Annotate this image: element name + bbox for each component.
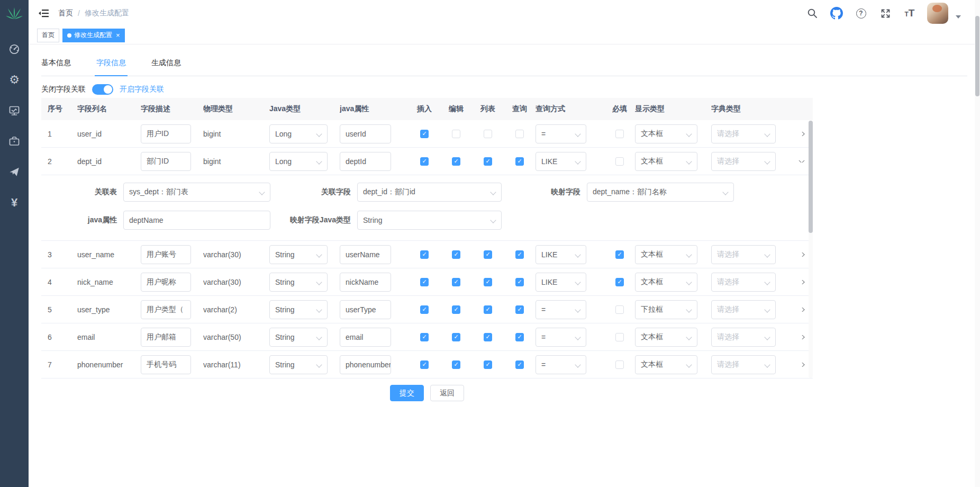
query-checkbox[interactable]: ✓ xyxy=(515,278,524,286)
insert-checkbox[interactable]: ✓ xyxy=(420,360,429,369)
dict-type-select[interactable]: 请选择 xyxy=(711,124,776,143)
required-checkbox[interactable] xyxy=(615,130,624,138)
sidebar-item-system[interactable]: ⚙ xyxy=(0,65,29,95)
html-type-select[interactable]: 文本框 xyxy=(635,273,697,292)
list-checkbox[interactable]: ✓ xyxy=(484,278,492,286)
expand-row-icon[interactable] xyxy=(798,252,804,257)
description-input[interactable]: 用户邮箱 xyxy=(141,328,191,347)
sidebar-item-guide[interactable] xyxy=(0,157,29,187)
description-input[interactable]: 用户ID xyxy=(141,124,191,143)
list-checkbox[interactable]: ✓ xyxy=(484,157,492,166)
query-type-select[interactable]: LIKE xyxy=(536,273,586,292)
help-button[interactable]: ? xyxy=(854,6,868,20)
list-checkbox[interactable] xyxy=(484,130,492,138)
expand-row-icon[interactable] xyxy=(798,335,804,339)
dict-type-select[interactable]: 请选择 xyxy=(711,152,776,171)
required-checkbox[interactable]: ✓ xyxy=(615,250,624,259)
query-checkbox[interactable] xyxy=(515,130,524,138)
query-type-select[interactable]: = xyxy=(536,355,586,374)
fullscreen-button[interactable] xyxy=(878,6,892,20)
java-field-input[interactable]: userId xyxy=(340,124,391,143)
user-menu-caret-icon[interactable] xyxy=(956,15,961,19)
edit-checkbox[interactable]: ✓ xyxy=(452,333,460,341)
description-input[interactable]: 部门ID xyxy=(141,152,191,171)
edit-checkbox[interactable]: ✓ xyxy=(452,305,460,314)
list-checkbox[interactable]: ✓ xyxy=(484,360,492,369)
detail-select[interactable]: dept_id：部门id xyxy=(357,183,502,202)
html-type-select[interactable]: 文本框 xyxy=(635,124,697,143)
html-type-select[interactable]: 下拉框 xyxy=(635,300,697,319)
page-scrollbar-thumb[interactable] xyxy=(975,16,979,96)
relation-toggle-switch[interactable] xyxy=(92,84,113,95)
required-checkbox[interactable] xyxy=(615,305,624,314)
list-checkbox[interactable]: ✓ xyxy=(484,305,492,314)
tag-current-page[interactable]: 修改生成配置 × xyxy=(62,29,125,42)
description-input[interactable]: 用户账号 xyxy=(141,245,191,264)
insert-checkbox[interactable]: ✓ xyxy=(420,305,429,314)
dict-type-select[interactable]: 请选择 xyxy=(711,273,776,292)
sidebar-item-pay[interactable]: ¥ xyxy=(0,187,29,218)
dict-type-select[interactable]: 请选择 xyxy=(711,328,776,347)
query-checkbox[interactable]: ✓ xyxy=(515,305,524,314)
java-field-input[interactable]: email xyxy=(340,328,391,347)
sidebar-toggle-button[interactable] xyxy=(37,6,51,20)
java-type-select[interactable]: String xyxy=(269,328,328,347)
java-type-select[interactable]: Long xyxy=(269,124,328,143)
java-field-input[interactable]: userName xyxy=(340,245,391,264)
detail-select[interactable]: sys_dept：部门表 xyxy=(123,183,270,202)
collapse-row-icon[interactable] xyxy=(798,160,804,163)
tab-generate-info[interactable]: 生成信息 xyxy=(151,58,181,76)
breadcrumb-home[interactable]: 首页 xyxy=(58,8,73,18)
font-size-button[interactable]: TT xyxy=(903,6,917,20)
edit-checkbox[interactable]: ✓ xyxy=(452,278,460,286)
query-type-select[interactable]: LIKE xyxy=(536,152,586,171)
edit-checkbox[interactable]: ✓ xyxy=(452,360,460,369)
dict-type-select[interactable]: 请选择 xyxy=(711,300,776,319)
insert-checkbox[interactable]: ✓ xyxy=(420,278,429,286)
detail-input[interactable]: deptName xyxy=(123,211,270,230)
query-checkbox[interactable]: ✓ xyxy=(515,157,524,166)
app-logo[interactable] xyxy=(0,0,29,26)
insert-checkbox[interactable]: ✓ xyxy=(420,333,429,341)
search-button[interactable] xyxy=(805,6,819,20)
description-input[interactable]: 手机号码 xyxy=(141,355,191,374)
query-checkbox[interactable]: ✓ xyxy=(515,360,524,369)
java-type-select[interactable]: String xyxy=(269,245,328,264)
edit-checkbox[interactable]: ✓ xyxy=(452,157,460,166)
submit-button[interactable]: 提交 xyxy=(390,385,424,401)
back-button[interactable]: 返回 xyxy=(430,385,464,401)
required-checkbox[interactable] xyxy=(615,157,624,166)
java-type-select[interactable]: String xyxy=(269,355,328,374)
java-type-select[interactable]: String xyxy=(269,273,328,292)
tab-field-info[interactable]: 字段信息 xyxy=(96,58,126,76)
java-type-select[interactable]: String xyxy=(269,300,328,319)
tag-home[interactable]: 首页 xyxy=(37,29,59,42)
avatar[interactable] xyxy=(927,3,948,24)
query-type-select[interactable]: = xyxy=(536,124,586,143)
html-type-select[interactable]: 文本框 xyxy=(635,152,697,171)
insert-checkbox[interactable]: ✓ xyxy=(420,250,429,259)
list-checkbox[interactable]: ✓ xyxy=(484,333,492,341)
expand-row-icon[interactable] xyxy=(798,363,804,367)
html-type-select[interactable]: 文本框 xyxy=(635,355,697,374)
sidebar-item-tool[interactable] xyxy=(0,126,29,157)
description-input[interactable]: 用户昵称 xyxy=(141,273,191,292)
edit-checkbox[interactable] xyxy=(452,130,460,138)
query-checkbox[interactable]: ✓ xyxy=(515,333,524,341)
java-field-input[interactable]: userType xyxy=(340,300,391,319)
detail-select[interactable]: dept_name：部门名称 xyxy=(587,183,734,202)
table-scrollbar[interactable] xyxy=(809,121,813,378)
java-field-input[interactable]: nickName xyxy=(340,273,391,292)
insert-checkbox[interactable]: ✓ xyxy=(420,157,429,166)
expand-row-icon[interactable] xyxy=(798,132,804,136)
html-type-select[interactable]: 文本框 xyxy=(635,328,697,347)
sidebar-item-dashboard[interactable] xyxy=(0,34,29,65)
table-scrollbar-thumb[interactable] xyxy=(809,121,813,233)
dict-type-select[interactable]: 请选择 xyxy=(711,245,776,264)
query-type-select[interactable]: = xyxy=(536,328,586,347)
sidebar-item-monitor[interactable] xyxy=(0,95,29,126)
query-checkbox[interactable]: ✓ xyxy=(515,250,524,259)
required-checkbox[interactable] xyxy=(615,360,624,369)
page-scrollbar[interactable] xyxy=(975,0,980,487)
required-checkbox[interactable] xyxy=(615,333,624,341)
